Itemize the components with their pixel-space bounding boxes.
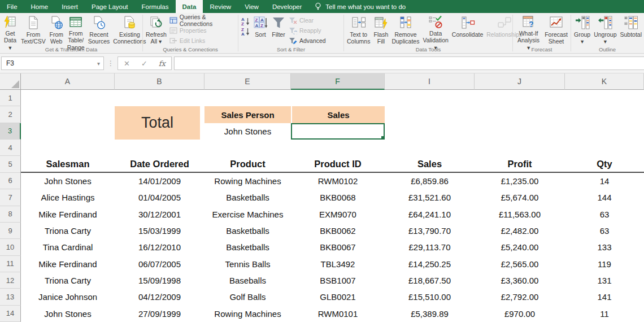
from-text-csv-button[interactable]: From Text/CSV: [19, 14, 47, 46]
advanced-filter-button[interactable]: Advanced: [288, 36, 327, 46]
cell[interactable]: 16/12/2010: [115, 239, 204, 255]
cell[interactable]: £13,790.70: [385, 223, 475, 239]
cell[interactable]: £5,674.00: [475, 189, 565, 206]
cell[interactable]: Mike Ferdinand: [21, 256, 115, 272]
reapply-filter-button[interactable]: Reapply: [288, 25, 327, 36]
table-header-product[interactable]: Product: [204, 156, 291, 172]
row-header-12[interactable]: 12: [0, 272, 21, 289]
row-header-1[interactable]: 1: [0, 90, 21, 106]
formula-input[interactable]: [174, 56, 644, 70]
cell[interactable]: Alice Hastings: [21, 189, 115, 206]
tab-data[interactable]: Data: [176, 0, 203, 13]
cell[interactable]: £5,240.00: [475, 239, 565, 255]
sales-header-cell[interactable]: Sales: [291, 106, 385, 123]
tab-developer[interactable]: Developer: [266, 0, 308, 13]
sales-person-header-cell[interactable]: Sales Person: [204, 106, 291, 123]
cell[interactable]: Rowing Machines: [204, 173, 291, 189]
tab-formulas[interactable]: Formulas: [135, 0, 176, 13]
cell[interactable]: 141: [565, 289, 644, 305]
forecast-sheet-button[interactable]: Forecast Sheet: [543, 14, 569, 46]
row-header-14[interactable]: 14: [0, 306, 21, 322]
row-header-11[interactable]: 11: [0, 256, 21, 272]
cell[interactable]: £29,113.70: [385, 239, 475, 255]
cell[interactable]: £5,389.89: [385, 306, 475, 322]
cell[interactable]: BSB1007: [291, 272, 385, 289]
group-button[interactable]: Group ▾: [572, 14, 592, 46]
column-header-I[interactable]: I: [385, 73, 475, 90]
name-box-dropdown-icon[interactable]: ▾: [97, 60, 100, 67]
table-header-date-ordered[interactable]: Date Ordered: [115, 156, 204, 172]
total-merged-cell[interactable]: Total: [115, 106, 200, 140]
cell[interactable]: 63: [565, 223, 644, 239]
column-header-E[interactable]: E: [204, 73, 291, 90]
get-data-button[interactable]: Get Data ▾: [1, 14, 19, 46]
sales-person-value-cell[interactable]: John Stones: [204, 123, 291, 140]
cell[interactable]: 131: [565, 272, 644, 289]
cell[interactable]: Tennis Balls: [204, 256, 291, 272]
cell[interactable]: 27/09/1999: [115, 306, 204, 322]
ungroup-button[interactable]: Ungroup ▾: [592, 14, 618, 46]
cell[interactable]: 06/07/2005: [115, 256, 204, 272]
cell[interactable]: Janice Johnson: [21, 289, 115, 305]
tab-view[interactable]: View: [238, 0, 266, 13]
cell[interactable]: £31,521.60: [385, 189, 475, 206]
recent-sources-button[interactable]: Recent Sources: [86, 14, 112, 46]
column-header-K[interactable]: K: [565, 73, 644, 90]
clear-filter-button[interactable]: Clear: [288, 15, 327, 25]
cell[interactable]: 11: [565, 306, 644, 322]
tab-insert[interactable]: Insert: [55, 0, 85, 13]
cell[interactable]: 14/01/2009: [115, 173, 204, 189]
cell[interactable]: Rowing Machines: [204, 306, 291, 322]
cell[interactable]: RWM0102: [291, 173, 385, 189]
row-header-7[interactable]: 7: [0, 189, 21, 206]
cell[interactable]: Mike Ferdinand: [21, 206, 115, 223]
row-header-13[interactable]: 13: [0, 289, 21, 305]
column-header-A[interactable]: A: [21, 73, 115, 90]
table-header-product-id[interactable]: Product ID: [291, 156, 385, 172]
enter-icon[interactable]: ✓: [141, 59, 147, 68]
cell[interactable]: Triona Carty: [21, 272, 115, 289]
from-web-button[interactable]: From Web: [47, 14, 66, 46]
cell[interactable]: £1,235.00: [475, 173, 565, 189]
queries-connections-button[interactable]: Queries & Connections: [168, 15, 237, 25]
sort-ascending-button[interactable]: AZ: [240, 16, 251, 26]
table-header-qty[interactable]: Qty: [565, 156, 644, 172]
cell[interactable]: £970.00: [475, 306, 565, 322]
flash-fill-button[interactable]: Flash Fill: [372, 14, 390, 46]
cell[interactable]: 15/03/1999: [115, 223, 204, 239]
remove-duplicates-button[interactable]: Remove Duplicates: [390, 14, 421, 46]
cell[interactable]: £3,360.00: [475, 272, 565, 289]
table-header-sales[interactable]: Sales: [385, 156, 475, 172]
row-header-5[interactable]: 5: [0, 156, 21, 172]
cell[interactable]: £18,667.50: [385, 272, 475, 289]
edit-links-button[interactable]: Edit Links: [168, 36, 237, 46]
column-header-B[interactable]: B: [115, 73, 204, 90]
column-header-F[interactable]: F: [291, 73, 385, 90]
row-header-3[interactable]: 3: [0, 123, 21, 140]
data-validation-button[interactable]: Data Validation ▾: [421, 14, 450, 46]
name-box[interactable]: F3 ▾: [1, 56, 104, 70]
tab-page-layout[interactable]: Page Layout: [85, 0, 135, 13]
subtotal-button[interactable]: Subtotal: [618, 14, 643, 46]
cell[interactable]: 119: [565, 256, 644, 272]
cell[interactable]: Tina Cardinal: [21, 239, 115, 255]
cell[interactable]: Triona Carty: [21, 223, 115, 239]
cell[interactable]: Basketballs: [204, 189, 291, 206]
cell[interactable]: £15,510.00: [385, 289, 475, 305]
cell[interactable]: EXM9070: [291, 206, 385, 223]
cell[interactable]: Basketballs: [204, 223, 291, 239]
cell[interactable]: £6,859.86: [385, 173, 475, 189]
table-header-profit[interactable]: Profit: [475, 156, 565, 172]
cell[interactable]: 04/12/2009: [115, 289, 204, 305]
tell-me-box[interactable]: Tell me what you want to do: [308, 0, 411, 13]
refresh-all-button[interactable]: Refresh All ▾: [144, 14, 168, 46]
cell[interactable]: BKB0067: [291, 239, 385, 255]
what-if-analysis-button[interactable]: ? What-If Analysis ▾: [514, 14, 543, 46]
cell[interactable]: 01/04/2005: [115, 189, 204, 206]
cell[interactable]: 30/12/2001: [115, 206, 204, 223]
cell[interactable]: £2,792.00: [475, 289, 565, 305]
insert-function-icon[interactable]: fx: [159, 59, 166, 68]
filter-button[interactable]: Filter: [269, 14, 288, 46]
cell[interactable]: 133: [565, 239, 644, 255]
cell[interactable]: BKB0062: [291, 223, 385, 239]
